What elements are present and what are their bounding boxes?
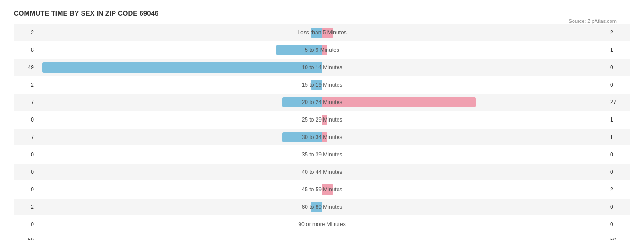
bar-section: Less than 5 Minutes xyxy=(37,24,607,41)
chart-row: 025 to 29 Minutes1 xyxy=(14,112,630,128)
female-bar xyxy=(322,184,333,195)
female-value: 1 xyxy=(607,117,630,123)
chart-row: 040 to 44 Minutes0 xyxy=(14,164,630,180)
male-value: 0 xyxy=(14,117,37,123)
axis-left-label: 50 xyxy=(14,237,37,240)
female-value: 1 xyxy=(607,47,630,53)
female-value: 0 xyxy=(607,151,630,158)
female-value: 1 xyxy=(607,134,630,140)
row-label: 35 to 39 Minutes xyxy=(302,151,343,158)
bar-section: 90 or more Minutes xyxy=(37,216,607,233)
bar-section: 60 to 89 Minutes xyxy=(37,199,607,215)
chart-row: 2Less than 5 Minutes2 xyxy=(14,24,630,41)
axis-row: 50 50 xyxy=(14,234,630,240)
male-bar xyxy=(311,28,322,38)
male-value: 0 xyxy=(14,221,37,228)
chart-area: 2Less than 5 Minutes285 to 9 Minutes1491… xyxy=(14,24,630,233)
chart-row: 045 to 59 Minutes2 xyxy=(14,181,630,198)
chart-row: 260 to 89 Minutes0 xyxy=(14,199,630,215)
bar-section: 5 to 9 Minutes xyxy=(37,42,607,58)
row-label: 40 to 44 Minutes xyxy=(302,169,343,175)
chart-row: 215 to 19 Minutes0 xyxy=(14,77,630,93)
bar-section: 30 to 34 Minutes xyxy=(37,129,607,145)
female-bar xyxy=(322,97,476,107)
row-label: 90 or more Minutes xyxy=(298,221,345,228)
axis-right-label: 50 xyxy=(607,237,630,240)
bar-section: 35 to 39 Minutes xyxy=(37,146,607,163)
row-label: 15 to 19 Minutes xyxy=(302,82,343,88)
male-value: 49 xyxy=(14,64,37,71)
female-bar xyxy=(322,132,327,142)
male-bar xyxy=(311,202,322,212)
female-value: 27 xyxy=(607,99,630,106)
female-value: 0 xyxy=(607,64,630,71)
bar-section: 25 to 29 Minutes xyxy=(37,112,607,128)
male-value: 2 xyxy=(14,204,37,210)
male-bar xyxy=(311,80,322,90)
female-bar xyxy=(322,45,327,55)
chart-row: 4910 to 14 Minutes0 xyxy=(14,59,630,76)
row-label: 60 to 89 Minutes xyxy=(302,204,343,210)
source-label: Source: ZipAtlas.com xyxy=(568,18,617,24)
female-value: 0 xyxy=(607,82,630,88)
chart-row: 035 to 39 Minutes0 xyxy=(14,146,630,163)
female-value: 0 xyxy=(607,221,630,228)
female-value: 0 xyxy=(607,169,630,175)
male-bar xyxy=(42,62,322,73)
chart-row: 090 or more Minutes0 xyxy=(14,216,630,233)
chart-row: 730 to 34 Minutes1 xyxy=(14,129,630,145)
male-bar xyxy=(282,132,322,142)
bar-section: 45 to 59 Minutes xyxy=(37,181,607,198)
male-value: 2 xyxy=(14,82,37,88)
male-value: 2 xyxy=(14,29,37,36)
male-value: 0 xyxy=(14,169,37,175)
male-value: 7 xyxy=(14,134,37,140)
female-bar xyxy=(322,115,327,125)
chart-title: COMMUTE TIME BY SEX IN ZIP CODE 69046 xyxy=(14,9,630,17)
male-value: 7 xyxy=(14,99,37,106)
bar-section: 40 to 44 Minutes xyxy=(37,164,607,180)
female-value: 2 xyxy=(607,29,630,36)
bar-section: 10 to 14 Minutes xyxy=(37,59,607,76)
chart-row: 85 to 9 Minutes1 xyxy=(14,42,630,58)
male-bar xyxy=(276,45,322,55)
male-value: 0 xyxy=(14,151,37,158)
bar-section: 15 to 19 Minutes xyxy=(37,77,607,93)
male-bar xyxy=(282,97,322,107)
male-value: 0 xyxy=(14,186,37,193)
male-value: 8 xyxy=(14,47,37,53)
chart-row: 720 to 24 Minutes27 xyxy=(14,94,630,111)
female-value: 2 xyxy=(607,186,630,193)
bar-section: 20 to 24 Minutes xyxy=(37,94,607,111)
female-value: 0 xyxy=(607,204,630,210)
female-bar xyxy=(322,28,333,38)
